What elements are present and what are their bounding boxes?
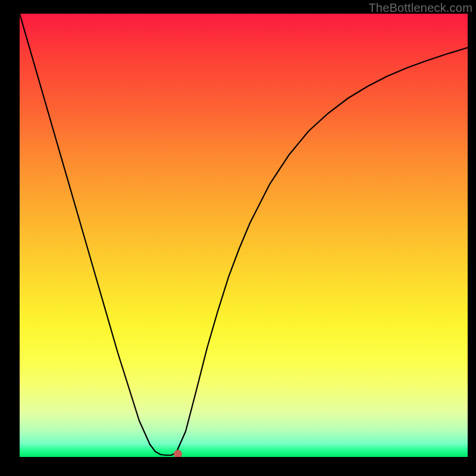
watermark-text: TheBottleneck.com [368,1,472,15]
bottleneck-curve [20,14,468,457]
chart-frame: TheBottleneck.com [0,0,476,476]
minimum-dot [174,450,182,457]
plot-area [20,14,468,457]
